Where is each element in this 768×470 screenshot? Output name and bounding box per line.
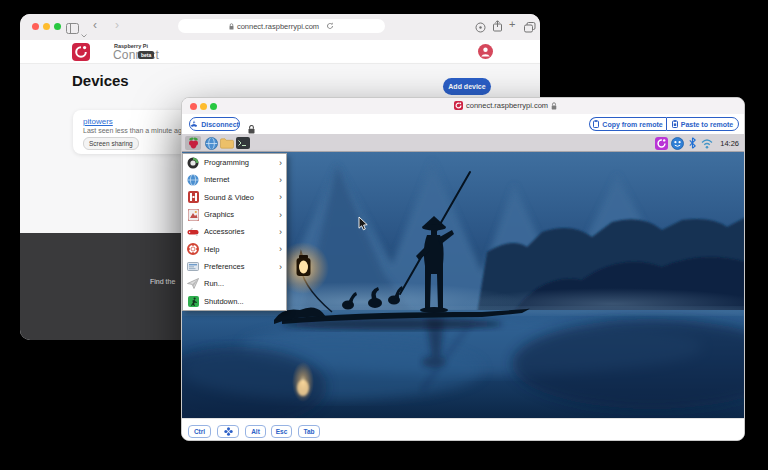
- submenu-arrow-icon: ›: [279, 193, 282, 201]
- clipboard-controls: Copy from remote Paste to remote: [589, 117, 739, 131]
- footer-text: Find the: [150, 278, 175, 285]
- forward-button[interactable]: ›: [115, 18, 119, 32]
- connect-site-header: Raspberry Pi Connect beta: [20, 40, 540, 64]
- wifi-icon[interactable]: [700, 136, 713, 150]
- submenu-arrow-icon: ›: [279, 176, 282, 184]
- shutdown-icon: [187, 295, 199, 307]
- menu-item-label: Preferences: [204, 262, 274, 271]
- raspberry-menu-icon: [188, 137, 199, 149]
- menu-item-run[interactable]: Run...: [183, 275, 286, 292]
- paste-to-remote-button[interactable]: Paste to remote: [666, 117, 739, 131]
- connect-tray-icon[interactable]: [655, 136, 668, 150]
- submenu-arrow-icon: ›: [279, 228, 282, 236]
- connect-favicon: [454, 101, 463, 110]
- ctrl-key-button[interactable]: Ctrl: [188, 425, 211, 438]
- menu-item-label: Internet: [204, 175, 274, 184]
- add-device-button[interactable]: Add device: [443, 78, 491, 95]
- meta-key-icon: [224, 427, 233, 436]
- screen-share-indicator-icon[interactable]: [671, 136, 684, 150]
- menu-item-graphics[interactable]: Graphics ›: [183, 206, 286, 223]
- internet-icon: [187, 174, 199, 186]
- alt-key-button[interactable]: Alt: [245, 425, 266, 438]
- lock-icon: [551, 102, 557, 110]
- menu-item-internet[interactable]: Internet ›: [183, 171, 286, 188]
- menu-item-help[interactable]: Help ›: [183, 241, 286, 258]
- remote-title: connect.raspberrypi.com: [454, 101, 557, 110]
- share-icon[interactable]: [492, 18, 503, 36]
- submenu-arrow-icon: ›: [279, 211, 282, 219]
- close-window-button[interactable]: [32, 23, 39, 30]
- menu-item-programming[interactable]: Programming ›: [183, 154, 286, 171]
- menu-item-accessories[interactable]: Accessories ›: [183, 223, 286, 240]
- remote-titlebar[interactable]: connect.raspberrypi.com: [182, 98, 744, 115]
- meta-key-button[interactable]: [217, 425, 239, 438]
- menu-item-preferences[interactable]: Preferences ›: [183, 258, 286, 275]
- folder-icon: [220, 138, 234, 149]
- minimize-window-button[interactable]: [43, 23, 50, 30]
- run-icon: [187, 278, 199, 290]
- mouse-cursor: [358, 216, 369, 236]
- remote-title-url: connect.raspberrypi.com: [466, 101, 548, 110]
- pi-taskbar: 14:26: [182, 134, 744, 152]
- close-window-button[interactable]: [190, 103, 197, 110]
- sound-video-icon: [187, 191, 199, 203]
- avatar[interactable]: [478, 44, 493, 63]
- remote-screen-window: connect.raspberrypi.com Disconnect Copy …: [181, 97, 745, 441]
- menu-item-label: Shutdown...: [204, 297, 277, 306]
- back-button[interactable]: ‹: [93, 18, 97, 32]
- copy-from-remote-label: Copy from remote: [602, 121, 662, 128]
- copy-clipboard-icon: [593, 120, 599, 128]
- minimize-window-button[interactable]: [200, 103, 207, 110]
- copy-from-remote-button[interactable]: Copy from remote: [589, 117, 666, 131]
- page-options-icon[interactable]: [475, 19, 486, 37]
- maximize-window-button[interactable]: [54, 23, 61, 30]
- tabs-overview-icon[interactable]: [524, 19, 536, 37]
- clock[interactable]: 14:26: [720, 139, 739, 148]
- web-browser-launcher[interactable]: [204, 136, 218, 150]
- device-name-link[interactable]: pitowers: [83, 117, 113, 126]
- disconnect-button[interactable]: Disconnect: [189, 117, 240, 131]
- beta-badge: beta: [138, 51, 154, 59]
- paste-clipboard-icon: [672, 120, 678, 128]
- menu-item-label: Graphics: [204, 210, 274, 219]
- bluetooth-icon[interactable]: [688, 136, 696, 150]
- menu-item-label: Run...: [204, 279, 277, 288]
- menu-item-label: Help: [204, 245, 274, 254]
- accessories-icon: [187, 226, 199, 238]
- remote-toolbar: Disconnect Copy from remote Paste to rem…: [182, 114, 744, 135]
- new-tab-icon[interactable]: +: [509, 18, 515, 30]
- esc-key-button[interactable]: Esc: [271, 425, 292, 438]
- tab-key-button[interactable]: Tab: [298, 425, 320, 438]
- screen-sharing-badge[interactable]: Screen sharing: [83, 137, 139, 150]
- menu-item-sound-video[interactable]: Sound & Video ›: [183, 189, 286, 206]
- screenshot-stage: ‹ › connect.raspberrypi.com + Raspberry: [0, 0, 768, 470]
- url-text: connect.raspberrypi.com: [237, 22, 319, 31]
- menu-item-label: Programming: [204, 158, 274, 167]
- sidebar-icon[interactable]: [66, 20, 79, 38]
- maximize-window-button[interactable]: [210, 103, 217, 110]
- menu-item-shutdown[interactable]: Shutdown...: [183, 293, 286, 310]
- reload-icon[interactable]: [326, 22, 334, 30]
- applications-menu-button[interactable]: [185, 136, 201, 150]
- preferences-icon: [187, 261, 199, 273]
- page-title: Devices: [72, 72, 129, 89]
- browser-titlebar[interactable]: ‹ › connect.raspberrypi.com +: [20, 14, 540, 41]
- url-bar[interactable]: connect.raspberrypi.com: [178, 19, 385, 33]
- submenu-arrow-icon: ›: [279, 245, 282, 253]
- device-last-seen: Last seen less than a minute ago: [83, 127, 186, 134]
- submenu-arrow-icon: ›: [279, 263, 282, 271]
- terminal-launcher[interactable]: [236, 136, 250, 150]
- file-manager-launcher[interactable]: [220, 136, 234, 150]
- paste-to-remote-label: Paste to remote: [681, 121, 734, 128]
- programming-icon: [187, 157, 199, 169]
- raspberry-pi-connect-logo: [72, 43, 90, 65]
- graphics-icon: [187, 209, 199, 221]
- help-icon: [187, 243, 199, 255]
- applications-menu: Programming › Internet › Sound & Video ›…: [182, 153, 287, 311]
- menu-item-label: Sound & Video: [204, 193, 274, 202]
- submenu-arrow-icon: ›: [279, 159, 282, 167]
- disconnect-label: Disconnect: [201, 121, 239, 128]
- terminal-icon: [236, 137, 250, 149]
- menu-item-label: Accessories: [204, 227, 274, 236]
- remote-keybar: Ctrl Alt Esc Tab: [182, 418, 744, 441]
